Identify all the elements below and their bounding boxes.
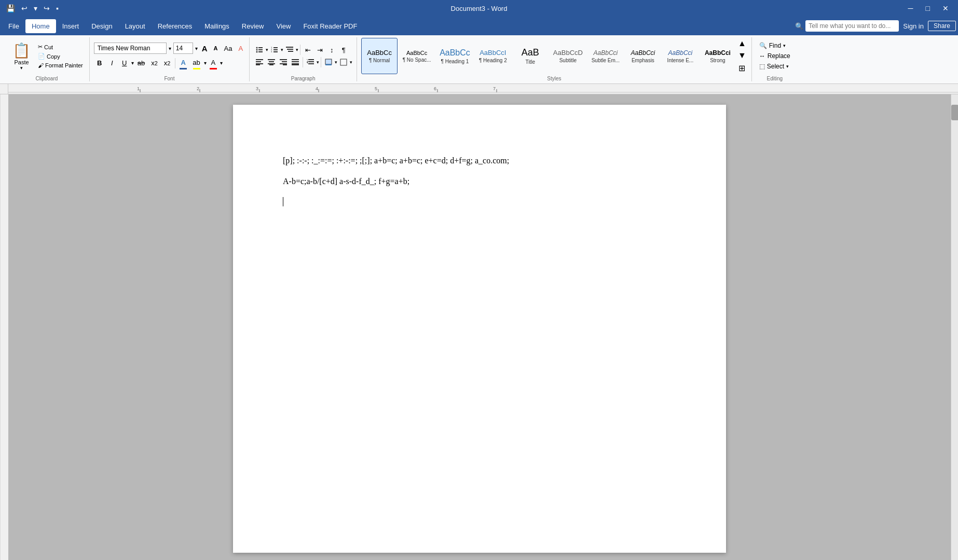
style-strong[interactable]: AaBbCci Strong [700,38,736,74]
close-button[interactable]: ✕ [937,2,954,15]
ribbon-paragraph: ▾ 1.2.3. ▾ ▾ ⇤ ⇥ ↕ ¶ [250,37,357,81]
style-no-space[interactable]: AaBbCc ¶ No Spac... [399,38,435,74]
menu-review[interactable]: Review [236,19,270,33]
find-dropdown[interactable]: ▾ [783,43,786,48]
select-dropdown[interactable]: ▾ [786,64,789,69]
highlight-dropdown[interactable]: ▾ [204,60,207,66]
styles-scroll-down[interactable]: ▼ [737,50,747,61]
font-color-dropdown[interactable]: ▾ [220,60,223,66]
change-case-button[interactable]: Aa [222,44,235,53]
shading-dropdown[interactable]: ▾ [335,60,337,65]
find-button[interactable]: 🔍 Find ▾ [756,41,793,50]
paste-label: Paste [14,59,29,65]
style-intense-em[interactable]: AaBbCci Intense E... [662,38,699,74]
text-effects-button[interactable]: A [177,57,189,68]
numbering-dropdown[interactable]: ▾ [281,47,283,52]
font-grow-button[interactable]: A [200,43,210,54]
italic-button[interactable]: I [106,58,118,69]
borders-button[interactable] [338,57,349,68]
numbering-button[interactable]: 1.2.3. [269,44,280,55]
style-heading2[interactable]: AaBbCcI ¶ Heading 2 [475,38,511,74]
paste-button[interactable]: 📋 Paste ▾ [8,37,35,75]
align-center-button[interactable] [266,57,277,68]
bold-button[interactable]: B [94,58,105,69]
tell-me-input[interactable] [805,20,899,32]
paragraph-2[interactable]: A-b=c;a-b/[c+d] a-s-d-f_d_; f+g=a+b; [283,175,676,188]
highlight-button[interactable]: ab [190,57,202,68]
paragraph-group-label: Paragraph [254,75,352,81]
multilevel-button[interactable] [284,44,295,55]
style-normal[interactable]: AaBbCc ¶ Normal [361,38,398,74]
document-page: [p]; :-:-; :_:=:=; :+:-:=; ;[;]; a+b=c; … [233,105,726,553]
underline-button[interactable]: U [119,58,130,69]
cut-button[interactable]: ✂ Cut [36,43,85,51]
menu-design[interactable]: Design [85,19,118,33]
menu-file[interactable]: File [2,19,25,33]
minimize-button[interactable]: ─ [903,2,919,15]
align-right-button[interactable] [278,57,289,68]
divider2 [300,45,300,55]
align-left-button[interactable] [254,57,265,68]
line-spacing-dropdown[interactable]: ▾ [317,60,319,65]
menu-references[interactable]: References [152,19,198,33]
save-button[interactable]: 💾 [4,3,17,13]
font-name-dropdown[interactable]: ▾ [169,46,171,51]
svg-rect-36 [325,59,332,64]
superscript-button[interactable]: x2 [161,58,173,69]
menu-foxit[interactable]: Foxit Reader PDF [297,19,363,33]
font-size-input[interactable] [173,43,193,54]
replace-button[interactable]: ↔ Replace [756,51,793,61]
strikethrough-button[interactable]: ab [135,58,147,69]
show-formatting-button[interactable]: ¶ [338,44,349,55]
font-size-dropdown[interactable]: ▾ [195,46,198,51]
undo-button[interactable]: ↩ [19,3,30,13]
menu-mailings[interactable]: Mailings [198,19,236,33]
style-heading1[interactable]: AaBbCc ¶ Heading 1 [436,38,474,74]
format-painter-button[interactable]: 🖌 Format Painter [36,61,85,69]
menu-layout[interactable]: Layout [119,19,152,33]
vertical-scrollbar[interactable] [951,94,958,560]
style-title[interactable]: AaB Title [512,38,549,74]
font-name-input[interactable] [94,43,167,54]
divider1 [175,58,175,68]
menu-home[interactable]: Home [25,19,56,33]
document-content[interactable]: [p]; :-:-; :_:=:=; :+:-:=; ;[;]; a+b=c; … [283,155,676,208]
multilevel-dropdown[interactable]: ▾ [296,47,298,52]
document-area[interactable]: [p]; :-:-; :_:=:=; :+:-:=; ;[;]; a+b=c; … [8,94,951,560]
svg-rect-7 [273,47,278,48]
style-subtle-em[interactable]: AaBbCci Subtle Em... [587,38,624,74]
clear-format-button[interactable]: A [236,44,245,53]
quick-access-toolbar: 💾 ↩ ▾ ↪ ▪ [4,3,61,13]
sign-in-link[interactable]: Sign in [903,22,924,30]
style-emphasis[interactable]: AaBbCci Emphasis [625,38,661,74]
paragraph-1[interactable]: [p]; :-:-; :_:=:=; :+:-:=; ;[;]; a+b=c; … [283,155,676,167]
underline-dropdown[interactable]: ▾ [131,60,134,66]
maximize-button[interactable]: □ [921,2,935,15]
decrease-indent-button[interactable]: ⇤ [302,44,313,55]
customize-qa[interactable]: ▪ [54,3,61,13]
subscript-button[interactable]: x2 [148,58,160,69]
menu-insert[interactable]: Insert [56,19,86,33]
bullets-dropdown[interactable]: ▾ [266,47,268,52]
select-button[interactable]: ⬚ Select ▾ [756,62,793,71]
share-button[interactable]: Share [928,21,956,31]
borders-dropdown[interactable]: ▾ [350,60,352,65]
menu-view[interactable]: View [270,19,297,33]
redo-button[interactable]: ↪ [42,3,52,13]
undo-dropdown[interactable]: ▾ [32,3,39,13]
style-subtitle[interactable]: AaBbCcD Subtitle [550,38,586,74]
paragraph-3[interactable] [283,196,676,208]
increase-indent-button[interactable]: ⇥ [314,44,325,55]
paste-dropdown[interactable]: ▾ [20,65,23,71]
line-spacing-button[interactable] [305,57,316,68]
font-shrink-button[interactable]: A [212,44,220,52]
scrollbar-thumb[interactable] [951,105,958,120]
sort-button[interactable]: ↕ [326,44,337,55]
justify-button[interactable] [290,57,301,68]
styles-scroll-up[interactable]: ▲ [737,38,747,49]
styles-more[interactable]: ⊞ [737,62,747,74]
font-color-button[interactable]: A [208,57,219,68]
shading-button[interactable] [323,57,334,68]
copy-button[interactable]: 📄 Copy [36,52,85,61]
bullets-button[interactable] [254,44,265,55]
